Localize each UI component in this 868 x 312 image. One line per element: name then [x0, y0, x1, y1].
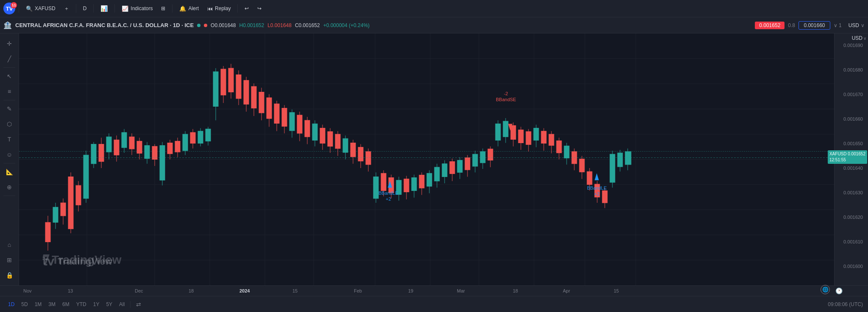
currency-selector-axis[interactable]: USD ∨	[852, 35, 866, 41]
draw-line-tool[interactable]: ╱	[3, 52, 16, 66]
lock-tool[interactable]: 🔒	[3, 268, 16, 282]
svg-rect-97	[335, 134, 340, 149]
menu-tool[interactable]: ≡	[3, 85, 16, 98]
ohlc-low: L0.001648	[267, 22, 292, 28]
pencil-tool[interactable]: ✎	[3, 102, 16, 116]
tf-6m[interactable]: 6M	[59, 300, 72, 309]
price-input-red[interactable]	[755, 22, 785, 29]
chart-area: .wick { stroke-width: 1; } .candle-bull …	[19, 33, 834, 285]
time-nov: Nov	[23, 288, 32, 293]
bband-le-label-1: BBandLE +2	[378, 190, 398, 202]
svg-rect-33	[91, 144, 96, 164]
time-dec: Dec	[135, 288, 143, 293]
svg-rect-69	[228, 68, 234, 92]
bottom-area: Nov 13 Dec 18 2024 15 Feb 19 Mar 18 Apr …	[0, 285, 868, 312]
symbol-icon: 🏦	[3, 21, 12, 29]
svg-rect-176	[625, 152, 631, 165]
globe-icon-btn[interactable]: 🌐	[821, 285, 830, 294]
ohlc-info: O0.001648 H0.001652 L0.001648 C0.001652 …	[211, 22, 370, 28]
top-toolbar: TV 11 🔍 XAFUSD ＋ D 📊 📈 Indicators ⊞ 🔔 Al…	[0, 0, 868, 17]
undo-btn[interactable]: ↩	[241, 4, 252, 13]
svg-rect-139	[495, 124, 501, 140]
time-15: 15	[292, 288, 298, 293]
symbol-full-title: CENTRAL AFRICAN C.F.A. FRANC B.E.A.C. / …	[15, 22, 194, 28]
svg-rect-71	[236, 75, 241, 98]
currency-axis-label: USD	[852, 35, 862, 41]
svg-rect-147	[526, 132, 531, 145]
text-tool[interactable]: T	[3, 133, 16, 146]
tf-1y[interactable]: 1Y	[90, 300, 103, 309]
add-symbol-btn[interactable]: ＋	[61, 3, 72, 14]
crosshair-tool[interactable]: ✛	[3, 37, 16, 50]
tf-1m[interactable]: 1M	[32, 300, 45, 309]
indicators-label: Indicators	[131, 6, 153, 11]
tf-5d[interactable]: 5D	[18, 300, 31, 309]
tf-1d[interactable]: 1D	[5, 300, 17, 309]
templates-btn[interactable]: ⊞	[158, 4, 169, 13]
svg-rect-25	[61, 203, 66, 216]
screener-tool[interactable]: ⊞	[3, 253, 16, 267]
ohlc-close: C0.001652	[295, 22, 320, 28]
redo-btn[interactable]: ↪	[254, 4, 265, 13]
svg-rect-87	[297, 115, 302, 133]
svg-rect-21	[45, 222, 50, 242]
chevron-down-icon-2: ∨	[861, 22, 865, 28]
svg-rect-143	[511, 125, 516, 139]
svg-rect-45	[137, 141, 142, 153]
svg-rect-39	[114, 140, 119, 155]
chart-type-btn[interactable]: 📊	[97, 3, 111, 14]
compare-btn[interactable]: ⇄	[133, 300, 144, 309]
symbol-search-btn[interactable]: 🔍 XAFUSD	[22, 4, 59, 14]
time-18: 18	[189, 288, 194, 293]
svg-rect-77	[259, 92, 264, 113]
svg-rect-151	[541, 131, 546, 144]
ruler-tool[interactable]: 📐	[3, 165, 16, 179]
watchlist-tool[interactable]: ⌂	[3, 238, 16, 251]
replay-label: Replay	[215, 6, 231, 11]
svg-rect-91	[312, 124, 317, 140]
replay-btn[interactable]: ⏮ Replay	[204, 4, 234, 14]
shape-tool[interactable]: ⬡	[3, 117, 16, 131]
svg-rect-27	[68, 177, 73, 229]
time-15b: 15	[614, 288, 619, 293]
search-icon: 🔍	[26, 6, 33, 12]
zoom-tool[interactable]: ⊕	[3, 180, 16, 194]
divider-3	[93, 4, 94, 13]
main-area: ✛ ╱ ↖ ≡ ✎ ⬡ T ☺ 📐 ⊕ ⌂ ⊞ 🔒 .wick { stroke…	[0, 33, 868, 285]
currency-selector[interactable]: USD ∨	[849, 22, 865, 28]
tv-logo[interactable]: TV 11	[3, 3, 15, 14]
current-price-tag: XAFUSD 0.001652 12:51:55	[828, 150, 867, 164]
svg-rect-93	[320, 128, 325, 144]
divider-2	[76, 4, 76, 13]
tf-5y[interactable]: 5Y	[103, 300, 115, 309]
emoji-tool[interactable]: ☺	[3, 148, 16, 161]
svg-rect-95	[328, 132, 333, 146]
timeframe-btn[interactable]: D	[80, 4, 90, 13]
clock-icon-btn[interactable]: 🕐	[835, 287, 843, 294]
qty-label: 1	[839, 22, 842, 28]
separator-1	[3, 67, 15, 68]
watermark-area: 𝟕 TradingView	[42, 252, 121, 268]
separator-2	[3, 100, 15, 100]
svg-rect-79	[267, 98, 272, 119]
tf-all[interactable]: All	[116, 300, 128, 309]
cursor-tool[interactable]: ↖	[3, 69, 16, 83]
svg-rect-153	[549, 134, 554, 146]
svg-rect-67	[221, 69, 226, 95]
divider-4	[114, 4, 115, 13]
undo-icon: ↩	[245, 6, 249, 11]
indicators-btn[interactable]: 📈 Indicators	[118, 4, 156, 14]
price-input-blue[interactable]	[798, 21, 830, 30]
divider-1	[19, 4, 19, 13]
svg-rect-85	[289, 113, 295, 131]
svg-rect-63	[206, 129, 211, 141]
svg-rect-101	[351, 143, 356, 157]
tf-3m[interactable]: 3M	[45, 300, 58, 309]
alert-btn[interactable]: 🔔 Alert	[176, 4, 202, 14]
svg-rect-75	[251, 86, 256, 108]
svg-rect-149	[534, 128, 539, 141]
tf-ytd[interactable]: YTD	[73, 300, 89, 309]
notification-count: 11	[11, 2, 17, 8]
watermark-tv-text: TradingView	[52, 253, 121, 267]
svg-rect-127	[450, 162, 455, 174]
